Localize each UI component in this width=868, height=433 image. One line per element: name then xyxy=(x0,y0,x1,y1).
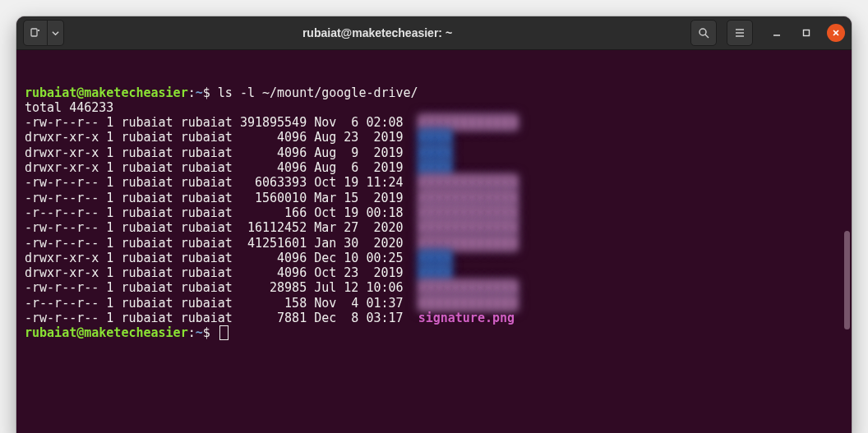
listing-meta: drwxr-xr-x 1 rubaiat rubaiat 4096 Dec 10… xyxy=(25,251,411,265)
listing-row: -rw-r--r-- 1 rubaiat rubaiat 7881 Dec 8 … xyxy=(25,311,843,325)
hamburger-icon xyxy=(734,27,746,39)
prompt-line: rubaiat@maketecheasier​:~$ xyxy=(25,325,843,340)
prompt-suffix: $ xyxy=(203,85,218,100)
file-name-redacted: ████ xyxy=(411,130,452,145)
listing-meta: -rw-r--r-- 1 rubaiat rubaiat 6063393 Oct… xyxy=(25,175,411,190)
file-name-redacted: ████████████ xyxy=(411,220,518,235)
listing-row: drwxr-xr-x 1 rubaiat rubaiat 4096 Oct 23… xyxy=(25,265,843,280)
total-line: total 446233 xyxy=(25,100,843,115)
listing-meta: drwxr-xr-x 1 rubaiat rubaiat 4096 Aug 23… xyxy=(25,130,411,145)
prompt-userhost: rubaiat@maketecheasier xyxy=(25,325,188,340)
listing-meta: drwxr-xr-x 1 rubaiat rubaiat 4096 Aug 9 … xyxy=(25,145,411,160)
file-name-redacted: ████ xyxy=(411,251,452,265)
listing-meta: -rw-r--r-- 1 rubaiat rubaiat 1560010 Mar… xyxy=(25,191,411,205)
listing-meta: -rw-r--r-- 1 rubaiat rubaiat 28985 Jul 1… xyxy=(25,280,411,295)
listing-meta: -rw-r--r-- 1 rubaiat rubaiat 16112452 Ma… xyxy=(25,220,411,235)
new-tab-icon xyxy=(30,28,40,38)
listing-meta: -r--r--r-- 1 rubaiat rubaiat 166 Oct 19 … xyxy=(25,205,411,220)
search-button[interactable] xyxy=(690,20,717,46)
minimize-icon xyxy=(772,28,782,38)
file-name-redacted: ████████████ xyxy=(411,191,518,205)
file-name-redacted: ████████████ xyxy=(411,175,518,190)
listing-row: drwxr-xr-x 1 rubaiat rubaiat 4096 Aug 9 … xyxy=(25,145,843,160)
close-button[interactable] xyxy=(827,24,845,42)
svg-point-1 xyxy=(699,29,706,35)
listing-row: drwxr-xr-x 1 rubaiat rubaiat 4096 Dec 10… xyxy=(25,251,843,265)
terminal-window: rubaiat@maketecheasier: ~ rubai xyxy=(16,16,852,433)
maximize-icon xyxy=(801,28,811,38)
file-name-redacted: ████ xyxy=(411,160,452,175)
typed-command: ls -l ~/mount/google-drive/ xyxy=(218,85,418,100)
listing-row: -r--r--r-- 1 rubaiat rubaiat 158 Nov 4 0… xyxy=(25,296,843,311)
window-title: rubaiat@maketecheasier: ~ xyxy=(64,26,690,39)
prompt-suffix: $ xyxy=(203,325,218,340)
file-name-redacted: ████████████ xyxy=(411,115,518,130)
listing-row: -r--r--r-- 1 rubaiat rubaiat 166 Oct 19 … xyxy=(25,205,843,220)
listing-row: -rw-r--r-- 1 rubaiat rubaiat 6063393 Oct… xyxy=(25,175,843,190)
prompt-path: ~ xyxy=(196,325,203,340)
file-name-redacted: ████████████ xyxy=(411,205,518,220)
listing-row: -rw-r--r-- 1 rubaiat rubaiat 41251601 Ja… xyxy=(25,236,843,251)
file-name-redacted: ████████████ xyxy=(411,280,518,295)
listing-row: drwxr-xr-x 1 rubaiat rubaiat 4096 Aug 6 … xyxy=(25,160,843,175)
terminal-body[interactable]: rubaiat@maketecheasier​:~$ ls -l ~/mount… xyxy=(16,50,852,433)
prompt-path: ~ xyxy=(196,85,203,100)
listing-row: -rw-r--r-- 1 rubaiat rubaiat 28985 Jul 1… xyxy=(25,280,843,295)
file-name-redacted: ████ xyxy=(411,145,452,160)
prompt-userhost: rubaiat@maketecheasier xyxy=(25,85,188,100)
file-name: signature.png xyxy=(411,311,515,325)
scrollbar-thumb[interactable] xyxy=(844,231,850,329)
listing-meta: -rw-r--r-- 1 rubaiat rubaiat 7881 Dec 8 … xyxy=(25,311,411,325)
listing-meta: -rw-r--r-- 1 rubaiat rubaiat 41251601 Ja… xyxy=(25,236,411,251)
svg-rect-0 xyxy=(31,29,37,36)
prompt-sep: : xyxy=(188,325,196,340)
listing-row: -rw-r--r-- 1 rubaiat rubaiat 16112452 Ma… xyxy=(25,220,843,235)
listing-meta: -rw-r--r-- 1 rubaiat rubaiat 391895549 N… xyxy=(25,115,411,130)
titlebar: rubaiat@maketecheasier: ~ xyxy=(16,16,852,50)
listing-row: drwxr-xr-x 1 rubaiat rubaiat 4096 Aug 23… xyxy=(25,130,843,145)
file-name-redacted: ████ xyxy=(411,265,452,280)
listing-meta: drwxr-xr-x 1 rubaiat rubaiat 4096 Aug 6 … xyxy=(25,160,411,175)
new-tab-button[interactable] xyxy=(23,20,48,46)
maximize-button[interactable] xyxy=(797,24,815,42)
svg-rect-2 xyxy=(804,30,810,36)
cursor xyxy=(219,325,229,340)
tab-menu-button[interactable] xyxy=(48,20,64,46)
search-icon xyxy=(698,27,709,39)
listing-row: -rw-r--r-- 1 rubaiat rubaiat 1560010 Mar… xyxy=(25,191,843,205)
chevron-down-icon xyxy=(52,30,59,37)
listing-meta: drwxr-xr-x 1 rubaiat rubaiat 4096 Oct 23… xyxy=(25,265,411,280)
listing-meta: -r--r--r-- 1 rubaiat rubaiat 158 Nov 4 0… xyxy=(25,296,411,311)
file-name-redacted: ████████████ xyxy=(411,236,518,251)
minimize-button[interactable] xyxy=(768,24,786,42)
close-icon xyxy=(831,28,841,38)
prompt-line: rubaiat@maketecheasier​:~$ ls -l ~/mount… xyxy=(25,85,843,100)
listing-row: -rw-r--r-- 1 rubaiat rubaiat 391895549 N… xyxy=(25,115,843,130)
hamburger-menu-button[interactable] xyxy=(727,20,753,46)
file-name-redacted: ████████████ xyxy=(411,296,518,311)
prompt-sep: : xyxy=(188,85,196,100)
